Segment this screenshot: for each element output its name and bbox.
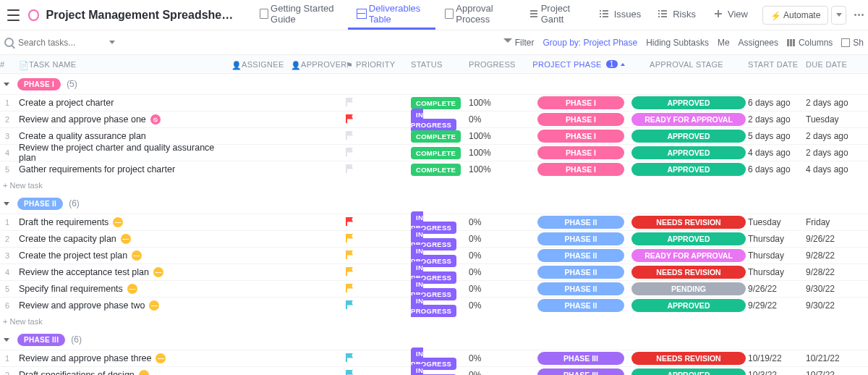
priority-cell[interactable] [346, 267, 411, 278]
table-row[interactable]: 2 Review and approve phase one ⦸ IN PROG… [0, 111, 868, 127]
table-row[interactable]: 5 Gather requirements for project charte… [0, 161, 868, 177]
task-cell[interactable]: Create the project test plan — [14, 250, 231, 261]
status-cell[interactable]: IN PROGRESS [411, 295, 469, 316]
table-row[interactable]: 2 Draft specifications of design — IN PR… [0, 366, 868, 375]
priority-cell[interactable] [346, 98, 411, 109]
menu-icon[interactable] [7, 9, 20, 21]
status-cell[interactable]: IN PROGRESS [411, 109, 469, 130]
group-phase-label[interactable]: PHASE II [17, 198, 63, 210]
view-tab[interactable]: Risks [650, 0, 705, 30]
task-cell[interactable]: Review and approve phase one ⦸ [14, 114, 231, 125]
start-cell[interactable]: 5 days ago [748, 131, 806, 141]
start-cell[interactable]: 6 days ago [748, 164, 806, 174]
priority-cell[interactable] [346, 164, 411, 175]
phase-cell[interactable]: PHASE II [532, 282, 629, 295]
phase-cell[interactable]: PHASE II [532, 266, 629, 279]
table-row[interactable]: 1 Review and approve phase three — IN PR… [0, 350, 868, 366]
approval-cell[interactable]: NEEDS REVISION [629, 216, 748, 229]
priority-cell[interactable] [346, 217, 411, 228]
col-progress[interactable]: PROGRESS [469, 60, 532, 69]
progress-cell[interactable]: 0% [469, 114, 532, 125]
task-cell[interactable]: Specify final requirements — [14, 284, 231, 294]
due-cell[interactable]: 10/7/22 [806, 370, 856, 375]
due-cell[interactable]: 9/28/22 [806, 267, 856, 277]
table-row[interactable]: 3 Create a quality assurance plan COMPLE… [0, 127, 868, 144]
phase-cell[interactable]: PHASE I [532, 96, 629, 109]
start-cell[interactable]: 10/3/22 [748, 370, 806, 375]
approval-cell[interactable]: APPROVED [629, 232, 748, 245]
priority-cell[interactable] [346, 131, 411, 142]
approval-cell[interactable]: READY FOR APPROVAL [629, 113, 748, 126]
status-cell[interactable]: COMPLETE [411, 164, 469, 174]
columns-button[interactable]: Columns [787, 38, 833, 48]
due-cell[interactable]: 9/26/22 [806, 234, 856, 244]
view-tab[interactable]: Project Gantt [520, 0, 590, 30]
priority-cell[interactable] [346, 370, 411, 376]
due-cell[interactable]: 10/21/22 [806, 353, 856, 363]
approval-cell[interactable]: NEEDS REVISION [629, 352, 748, 365]
priority-cell[interactable] [346, 284, 411, 295]
due-cell[interactable]: Tuesday [806, 114, 856, 125]
priority-cell[interactable] [346, 353, 411, 364]
due-cell[interactable]: 2 days ago [806, 148, 856, 158]
task-cell[interactable]: Draft specifications of design — [14, 370, 231, 375]
task-cell[interactable]: Gather requirements for project charter [14, 164, 231, 174]
col-due[interactable]: DUE DATE [806, 60, 856, 69]
view-tab[interactable]: View [705, 0, 757, 30]
phase-cell[interactable]: PHASE II [532, 299, 629, 312]
table-row[interactable]: 4 Review the acceptance test plan — IN P… [0, 264, 868, 280]
task-cell[interactable]: Create a quality assurance plan [14, 131, 231, 141]
task-cell[interactable]: Review the acceptance test plan — [14, 267, 231, 277]
approval-cell[interactable]: NEEDS REVISION [629, 266, 748, 279]
automate-button[interactable]: Automate [762, 6, 828, 25]
col-assignee[interactable]: 👤ASSIGNEE [231, 60, 291, 69]
table-row[interactable]: 3 Create the project test plan — IN PROG… [0, 247, 868, 264]
subtasks-button[interactable]: Hiding Subtasks [646, 38, 709, 48]
phase-cell[interactable]: PHASE III [532, 352, 629, 365]
table-row[interactable]: 1 Create a project charter COMPLETE 100%… [0, 94, 868, 111]
phase-cell[interactable]: PHASE I [532, 146, 629, 159]
table-row[interactable]: 6 Review and approve phase two — IN PROG… [0, 297, 868, 313]
progress-cell[interactable]: 0% [469, 267, 532, 277]
view-tab[interactable]: Issues [591, 0, 650, 30]
start-cell[interactable]: Thursday [748, 267, 806, 277]
col-task[interactable]: 📄TASK NAME [14, 60, 231, 69]
priority-cell[interactable] [346, 114, 411, 125]
search-input[interactable] [18, 38, 105, 48]
more-icon[interactable] [854, 14, 864, 16]
col-index[interactable]: # [0, 60, 14, 69]
progress-cell[interactable]: 0% [469, 284, 532, 294]
task-cell[interactable]: Create a project charter [14, 98, 231, 108]
table-row[interactable]: 2 Create the capacity plan — IN PROGRESS… [0, 230, 868, 247]
col-start[interactable]: START DATE [748, 60, 806, 69]
due-cell[interactable]: 4 days ago [806, 164, 856, 174]
new-task-button[interactable]: + New task [0, 177, 868, 193]
chevron-down-icon[interactable] [109, 41, 115, 44]
status-cell[interactable]: COMPLETE [411, 98, 469, 108]
start-cell[interactable]: Thursday [748, 250, 806, 261]
approval-cell[interactable]: APPROVED [629, 299, 748, 312]
due-cell[interactable]: 9/28/22 [806, 250, 856, 261]
due-cell[interactable]: 2 days ago [806, 98, 856, 108]
approval-cell[interactable]: APPROVED [629, 96, 748, 109]
start-cell[interactable]: 4 days ago [748, 148, 806, 158]
priority-cell[interactable] [346, 234, 411, 245]
group-phase-label[interactable]: PHASE III [17, 334, 65, 346]
task-cell[interactable]: Review the project charter and quality a… [14, 143, 231, 163]
progress-cell[interactable]: 0% [469, 234, 532, 244]
automate-dropdown[interactable] [831, 6, 846, 25]
progress-cell[interactable]: 100% [469, 131, 532, 141]
phase-cell[interactable]: PHASE II [532, 232, 629, 245]
col-approval[interactable]: APPROVAL STAGE [629, 60, 748, 69]
status-cell[interactable]: COMPLETE [411, 148, 469, 158]
assignees-button[interactable]: Assignees [739, 38, 778, 48]
due-cell[interactable]: 9/30/22 [806, 284, 856, 294]
due-cell[interactable]: Friday [806, 217, 856, 227]
progress-cell[interactable]: 0% [469, 353, 532, 363]
task-cell[interactable]: Review and approve phase three — [14, 353, 231, 363]
task-cell[interactable]: Create the capacity plan — [14, 234, 231, 244]
table-row[interactable]: 4 Review the project charter and quality… [0, 144, 868, 161]
view-tab[interactable]: Approval Process [435, 0, 520, 30]
priority-cell[interactable] [346, 300, 411, 311]
status-cell[interactable]: COMPLETE [411, 131, 469, 141]
